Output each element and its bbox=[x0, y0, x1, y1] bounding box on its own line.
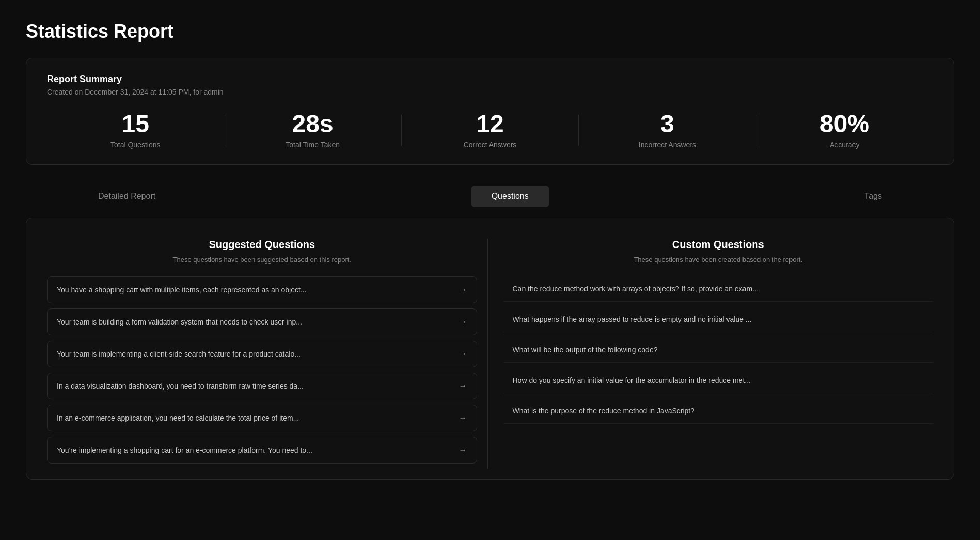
stat-value-total-questions: 15 bbox=[47, 112, 224, 136]
custom-question-text-3: How do you specify an initial value for … bbox=[513, 376, 751, 384]
suggested-questions-title: Suggested Questions bbox=[47, 239, 477, 251]
suggested-question-item-3[interactable]: In a data visualization dashboard, you n… bbox=[47, 373, 477, 399]
stat-accuracy: 80% Accuracy bbox=[756, 112, 933, 149]
arrow-right-icon-2: → bbox=[459, 349, 467, 359]
tab-questions[interactable]: Questions bbox=[471, 186, 549, 207]
stat-value-time-taken: 28s bbox=[224, 112, 401, 136]
suggested-question-item-2[interactable]: Your team is implementing a client-side … bbox=[47, 341, 477, 367]
custom-question-text-0: Can the reduce method work with arrays o… bbox=[513, 285, 758, 293]
suggested-question-item-5[interactable]: You're implementing a shopping cart for … bbox=[47, 437, 477, 464]
custom-question-item-2[interactable]: What will be the output of the following… bbox=[503, 337, 934, 363]
custom-question-item-1[interactable]: What happens if the array passed to redu… bbox=[503, 307, 934, 332]
stats-row: 15 Total Questions 28s Total Time Taken … bbox=[47, 112, 933, 149]
arrow-right-icon-1: → bbox=[459, 317, 467, 327]
suggested-question-text-0: You have a shopping cart with multiple i… bbox=[57, 286, 454, 294]
stat-value-accuracy: 80% bbox=[756, 112, 933, 136]
stat-label-accuracy: Accuracy bbox=[756, 141, 933, 149]
suggested-question-item-4[interactable]: In an e-commerce application, you need t… bbox=[47, 405, 477, 431]
stat-correct-answers: 12 Correct Answers bbox=[402, 112, 578, 149]
suggested-question-text-5: You're implementing a shopping cart for … bbox=[57, 446, 454, 454]
suggested-question-text-3: In a data visualization dashboard, you n… bbox=[57, 382, 454, 390]
custom-questions-subtitle: These questions have been created based … bbox=[503, 256, 934, 264]
suggested-question-item-0[interactable]: You have a shopping cart with multiple i… bbox=[47, 276, 477, 303]
custom-question-item-3[interactable]: How do you specify an initial value for … bbox=[503, 368, 934, 393]
custom-question-item-0[interactable]: Can the reduce method work with arrays o… bbox=[503, 276, 934, 302]
tab-detailed-report[interactable]: Detailed Report bbox=[77, 186, 176, 207]
suggested-question-text-4: In an e-commerce application, you need t… bbox=[57, 414, 454, 422]
arrow-right-icon-5: → bbox=[459, 445, 467, 455]
custom-question-text-4: What is the purpose of the reduce method… bbox=[513, 407, 695, 415]
tab-tags[interactable]: Tags bbox=[844, 186, 903, 207]
suggested-questions-column: Suggested Questions These questions have… bbox=[47, 239, 488, 469]
suggested-question-item-1[interactable]: Your team is building a form validation … bbox=[47, 308, 477, 335]
columns-container: Suggested Questions These questions have… bbox=[47, 239, 933, 469]
suggested-question-text-1: Your team is building a form validation … bbox=[57, 318, 454, 326]
stat-incorrect-answers: 3 Incorrect Answers bbox=[579, 112, 755, 149]
arrow-right-icon-0: → bbox=[459, 285, 467, 295]
stat-label-correct-answers: Correct Answers bbox=[402, 141, 578, 149]
summary-subtitle: Created on December 31, 2024 at 11:05 PM… bbox=[47, 88, 933, 96]
summary-title: Report Summary bbox=[47, 74, 933, 85]
stat-label-incorrect-answers: Incorrect Answers bbox=[579, 141, 755, 149]
content-card: Suggested Questions These questions have… bbox=[26, 218, 954, 480]
summary-card: Report Summary Created on December 31, 2… bbox=[26, 58, 954, 165]
stat-time-taken: 28s Total Time Taken bbox=[224, 112, 401, 149]
custom-questions-title: Custom Questions bbox=[503, 239, 934, 251]
stat-label-total-questions: Total Questions bbox=[47, 141, 224, 149]
arrow-right-icon-3: → bbox=[459, 381, 467, 391]
suggested-question-text-2: Your team is implementing a client-side … bbox=[57, 350, 454, 358]
stat-value-correct-answers: 12 bbox=[402, 112, 578, 136]
page-title: Statistics Report bbox=[26, 21, 954, 42]
arrow-right-icon-4: → bbox=[459, 413, 467, 423]
custom-question-text-2: What will be the output of the following… bbox=[513, 346, 658, 354]
stat-total-questions: 15 Total Questions bbox=[47, 112, 224, 149]
stat-value-incorrect-answers: 3 bbox=[579, 112, 755, 136]
custom-questions-column: Custom Questions These questions have be… bbox=[488, 239, 934, 469]
custom-question-text-1: What happens if the array passed to redu… bbox=[513, 315, 752, 323]
stat-label-time-taken: Total Time Taken bbox=[224, 141, 401, 149]
tabs-container: Detailed Report Questions Tags bbox=[26, 186, 954, 207]
suggested-questions-subtitle: These questions have been suggested base… bbox=[47, 256, 477, 264]
custom-question-item-4[interactable]: What is the purpose of the reduce method… bbox=[503, 398, 934, 424]
